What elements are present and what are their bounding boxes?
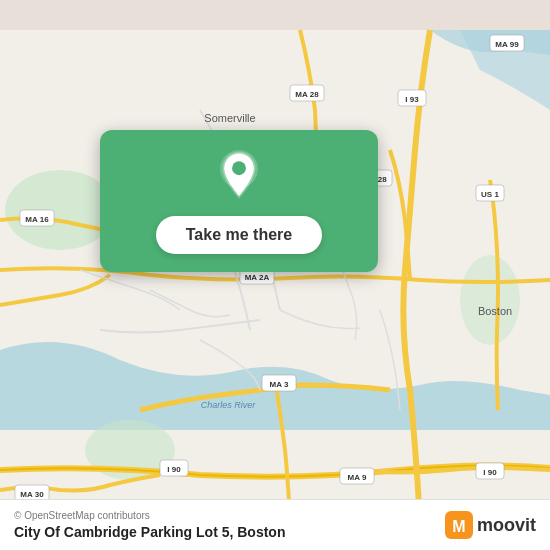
svg-text:I 90: I 90: [167, 465, 181, 474]
moovit-text: moovit: [477, 515, 536, 536]
moovit-logo: M moovit: [445, 511, 536, 539]
svg-text:I 90: I 90: [483, 468, 497, 477]
card-overlay: Take me there: [100, 130, 378, 272]
svg-text:MA 30: MA 30: [20, 490, 44, 499]
map-svg: MA 2A MA 16 MA 28 MA 28 MA 2A I 93 US 1 …: [0, 0, 550, 550]
svg-text:I 93: I 93: [405, 95, 419, 104]
svg-text:Boston: Boston: [478, 305, 512, 317]
bottom-left: © OpenStreetMap contributors City Of Cam…: [14, 510, 285, 540]
osm-credit: © OpenStreetMap contributors: [14, 510, 285, 521]
svg-text:MA 28: MA 28: [295, 90, 319, 99]
svg-text:MA 2A: MA 2A: [245, 273, 270, 282]
svg-text:MA 99: MA 99: [495, 40, 519, 49]
svg-text:Somerville: Somerville: [204, 112, 255, 124]
svg-text:M: M: [452, 518, 465, 535]
svg-text:MA 16: MA 16: [25, 215, 49, 224]
take-me-there-button[interactable]: Take me there: [156, 216, 322, 254]
svg-point-3: [460, 255, 520, 345]
svg-text:US 1: US 1: [481, 190, 499, 199]
bottom-bar: © OpenStreetMap contributors City Of Cam…: [0, 499, 550, 550]
svg-text:Charles River: Charles River: [201, 400, 257, 410]
moovit-icon: M: [445, 511, 473, 539]
location-pin-icon: [213, 150, 265, 202]
location-title: City Of Cambridge Parking Lot 5, Boston: [14, 524, 285, 540]
svg-point-34: [232, 161, 246, 175]
svg-text:MA 9: MA 9: [348, 473, 367, 482]
map-container: MA 2A MA 16 MA 28 MA 28 MA 2A I 93 US 1 …: [0, 0, 550, 550]
svg-text:MA 3: MA 3: [270, 380, 289, 389]
